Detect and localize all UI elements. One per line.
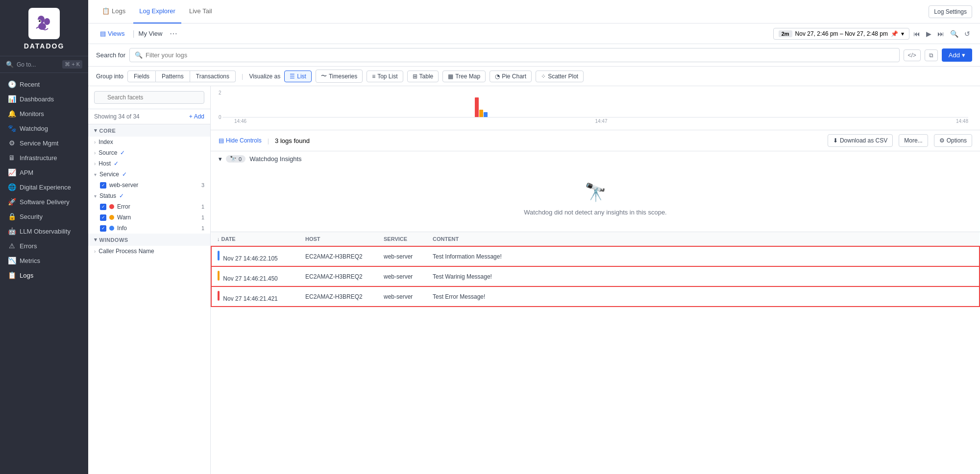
facet-host[interactable]: › Host ✓ <box>88 158 210 169</box>
facet-webserver-row[interactable]: ✓ web-server 3 <box>88 180 210 190</box>
table-row[interactable]: Nov 27 14:46:22.105 EC2AMAZ-H3BREQ2 web-… <box>211 246 980 266</box>
chart-y-min: 0 <box>219 115 221 120</box>
host-label: Host <box>98 160 111 167</box>
sidebar-item-security[interactable]: 🔒Security <box>0 209 88 224</box>
header-left: ▤ Views | My View ⋯ <box>96 27 180 40</box>
search-bar: Search for 🔍 </> ⧉ Add ▾ <box>88 44 980 67</box>
facet-info-row[interactable]: ✓ Info 1 <box>88 223 210 234</box>
tab-logs-main[interactable]: 📋 Logs <box>96 0 131 24</box>
facets-add-button[interactable]: + Add <box>189 113 204 120</box>
chart-bars <box>230 90 972 117</box>
tab-live-tail[interactable]: Live Tail <box>183 0 218 24</box>
list-label: List <box>297 73 306 80</box>
facet-warn-row[interactable]: ✓ Warn 1 <box>88 212 210 223</box>
webserver-checkbox[interactable]: ✓ <box>100 182 106 189</box>
vis-tree-map-button[interactable]: ▦ Tree Map <box>442 71 486 82</box>
pin-icon: 📌 <box>891 30 898 37</box>
hide-controls-button[interactable]: ▤ Hide Controls <box>219 137 262 144</box>
index-label: Index <box>98 139 113 145</box>
facet-service-header[interactable]: ▾ Service ✓ <box>88 169 210 180</box>
info-checkbox[interactable]: ✓ <box>100 225 106 232</box>
sidebar-item-errors[interactable]: ⚠Errors <box>0 238 88 253</box>
log-settings-button[interactable]: Log Settings <box>929 5 972 18</box>
download-csv-button[interactable]: ⬇ Download as CSV <box>828 134 893 147</box>
view-options-button[interactable]: ⋯ <box>167 27 180 40</box>
topnav-left: 📋 Logs Log Explorer Live Tail <box>96 0 218 24</box>
options-button[interactable]: ⚙ Options <box>934 134 972 147</box>
vis-timeseries-button[interactable]: 〜 Timeseries <box>316 70 363 83</box>
search-label: Go to... <box>17 61 36 68</box>
facet-source[interactable]: › Source ✓ <box>88 147 210 158</box>
controls-divider: | <box>268 137 269 144</box>
row0-date: Nov 27 14:46:22.105 <box>211 246 299 266</box>
code-editor-button[interactable]: </> <box>904 49 921 61</box>
sidebar-item-monitors[interactable]: 🔔Monitors <box>0 106 88 121</box>
divider: | <box>242 72 243 80</box>
log-panel: 2 0 14:46 14:47 <box>211 86 980 474</box>
table-row[interactable]: Nov 27 14:46:21.450 EC2AMAZ-H3BREQ2 web-… <box>211 266 980 286</box>
add-label: Add <box>194 113 204 120</box>
vis-scatter-plot-button[interactable]: ⁘ Scatter Plot <box>536 71 584 82</box>
skip-forward-button[interactable]: ⏭ <box>935 29 946 39</box>
date-value: Nov 27 14:46:21.450 <box>223 275 277 282</box>
sidebar-item-logs[interactable]: 📋Logs <box>0 268 88 283</box>
chart-baseline <box>222 117 968 118</box>
views-button[interactable]: ▤ Views <box>96 28 128 39</box>
refresh-button[interactable]: ↺ <box>962 29 972 39</box>
watchdog-binoculars-icon: 🔭 <box>585 182 607 203</box>
sidebar-item-software-delivery[interactable]: 🚀Software Delivery <box>0 194 88 209</box>
log-search-input[interactable] <box>146 51 894 59</box>
facets-search-input[interactable] <box>94 91 204 104</box>
svg-point-2 <box>44 18 50 25</box>
source-chevron-icon: › <box>94 150 96 156</box>
facet-error-row[interactable]: ✓ Error 1 <box>88 201 210 212</box>
group-transactions-tab[interactable]: Transactions <box>190 71 236 82</box>
vis-list-button[interactable]: ☰ List <box>284 71 312 82</box>
facets-section-core[interactable]: ▾ CORE <box>88 124 210 137</box>
header-row: ▤ Views | My View ⋯ 2m Nov 27, 2:46 pm –… <box>88 24 980 44</box>
add-chevron-icon: ▾ <box>962 51 965 59</box>
sidebar-item-infrastructure[interactable]: 🖥Infrastructure <box>0 150 88 165</box>
sidebar-item-service-mgmt[interactable]: ⚙Service Mgmt <box>0 136 88 150</box>
group-fields-tab[interactable]: Fields <box>127 71 156 82</box>
sidebar-item-llm[interactable]: 🤖LLM Observability <box>0 224 88 238</box>
col-date: ↓ DATE <box>211 232 299 246</box>
views-icon: ▤ <box>100 30 106 37</box>
header-right: 2m Nov 27, 2:46 pm – Nov 27, 2:48 pm 📌 ▾… <box>773 28 972 40</box>
error-checkbox[interactable]: ✓ <box>100 204 106 210</box>
options-gear-icon: ⚙ <box>939 137 945 144</box>
sidebar-item-apm[interactable]: 📈APM <box>0 165 88 180</box>
table-row[interactable]: Nov 27 14:46:21.421 EC2AMAZ-H3BREQ2 web-… <box>211 286 980 307</box>
sidebar-label-monitors: Monitors <box>20 110 44 118</box>
sidebar-item-watchdog[interactable]: 🐾Watchdog <box>0 121 88 136</box>
copy-button[interactable]: ⧉ <box>925 49 938 61</box>
play-button[interactable]: ▶ <box>924 29 933 39</box>
watchdog-header[interactable]: ▾ 🔭 0 Watchdog Insights <box>211 151 980 166</box>
tab-log-explorer[interactable]: Log Explorer <box>133 0 181 24</box>
global-search[interactable]: 🔍 Go to... ⌘ + K <box>0 56 88 73</box>
sidebar-item-metrics[interactable]: 📉Metrics <box>0 253 88 268</box>
facet-status-header[interactable]: ▾ Status ✓ <box>88 190 210 201</box>
facet-index[interactable]: › Index <box>88 137 210 147</box>
facets-section-windows[interactable]: ▾ WINDOWS <box>88 234 210 246</box>
group-patterns-tab[interactable]: Patterns <box>156 71 190 82</box>
time-range-selector[interactable]: 2m Nov 27, 2:46 pm – Nov 27, 2:48 pm 📌 ▾ <box>773 28 909 40</box>
status-check-icon: ✓ <box>119 192 124 199</box>
chart-x-labels: 14:46 14:47 14:48 <box>230 118 972 124</box>
vis-top-list-button[interactable]: ≡ Top List <box>367 71 403 82</box>
more-button[interactable]: More... <box>899 134 928 147</box>
col-content: CONTENT <box>427 232 980 246</box>
sidebar-item-dashboards[interactable]: 📊Dashboards <box>0 92 88 106</box>
sidebar-item-digital-experience[interactable]: 🌐Digital Experience <box>0 180 88 194</box>
vis-table-button[interactable]: ⊞ Table <box>407 71 439 82</box>
add-button[interactable]: Add ▾ <box>942 48 972 62</box>
facet-caller-process[interactable]: › Caller Process Name <box>88 246 210 257</box>
warn-checkbox[interactable]: ✓ <box>100 214 106 221</box>
vis-pie-chart-button[interactable]: ◔ Pie Chart <box>490 71 532 82</box>
info-count: 1 <box>201 225 204 231</box>
sidebar-item-recent[interactable]: 🕑Recent <box>0 77 88 92</box>
pie-chart-icon: ◔ <box>495 73 500 80</box>
search-time-button[interactable]: 🔍 <box>948 29 960 39</box>
check-icon: ✓ <box>101 204 105 209</box>
skip-back-button[interactable]: ⏮ <box>911 29 922 39</box>
